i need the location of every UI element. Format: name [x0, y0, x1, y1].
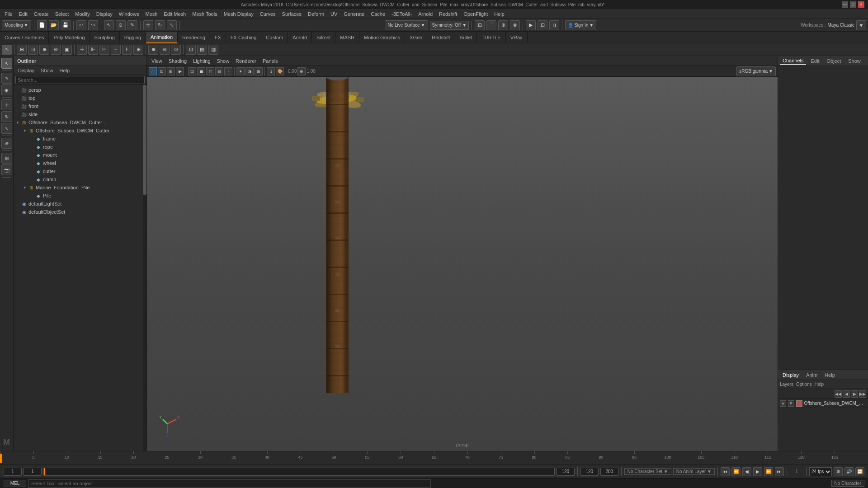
mode-dropdown[interactable]: Modeling ▼	[2, 20, 31, 30]
tab-rendering[interactable]: Rendering	[178, 32, 210, 43]
tab-poly-modeling[interactable]: Poly Modeling	[49, 32, 90, 43]
no-character-set-dropdown[interactable]: No Character Set ▼	[624, 468, 671, 475]
snap-grid-btn[interactable]: ⊞	[475, 20, 485, 30]
tree-item-defaultobjectset[interactable]: ◉defaultObjectSet	[14, 208, 143, 216]
menu-item-surfaces[interactable]: Surfaces	[279, 10, 304, 18]
t2-layer1[interactable]: ⊡	[186, 45, 196, 55]
tab-fx[interactable]: FX	[210, 32, 226, 43]
menu-item-create[interactable]: Create	[31, 10, 52, 18]
lasso-btn[interactable]: ⊙	[116, 20, 126, 30]
playback-settings-btn[interactable]: ⚙	[834, 467, 843, 476]
t2-btn4[interactable]: ⊗	[51, 45, 61, 55]
tab-arnold[interactable]: Arnold	[288, 32, 312, 43]
no-anim-layer-dropdown[interactable]: No Anim Layer ▼	[673, 468, 715, 475]
vp-menu-renderer[interactable]: Renderer	[233, 57, 259, 65]
rotate-tool[interactable]: ↻	[1, 111, 12, 122]
tab-animation[interactable]: Animation	[146, 32, 178, 43]
select-tool-btn[interactable]: ↖	[2, 45, 12, 55]
maximize-button[interactable]: □	[850, 1, 856, 8]
tree-item-mount[interactable]: ◆mount	[14, 151, 143, 159]
menu-item-redshift[interactable]: Redshift	[436, 10, 460, 18]
vp-shadow-btn[interactable]: ◑	[245, 67, 254, 75]
tab-turtle[interactable]: TURTLE	[477, 32, 506, 43]
layer-prev-btn[interactable]: ◀	[843, 390, 850, 398]
menu-item-select[interactable]: Select	[52, 10, 72, 18]
t2-btn1[interactable]: ⊞	[17, 45, 27, 55]
tab-rigging[interactable]: Rigging	[120, 32, 146, 43]
undo-btn[interactable]: ↩	[76, 20, 86, 30]
menu-item-edit-mesh[interactable]: Edit Mesh	[161, 10, 189, 18]
tree-item-defaultlightset[interactable]: ◉defaultLightSet	[14, 200, 143, 208]
menu-item-generate[interactable]: Generate	[341, 10, 367, 18]
scale-btn[interactable]: ⤡	[167, 20, 177, 30]
menu-item-mesh-tools[interactable]: Mesh Tools	[189, 10, 220, 18]
menu-item-display[interactable]: Display	[94, 10, 115, 18]
vp-wireframe-btn[interactable]: ⊡	[188, 67, 196, 75]
fps-dropdown[interactable]: 24 fps 30 fps 60 fps	[809, 467, 832, 476]
render-region-tool[interactable]: ⊞	[1, 153, 12, 164]
t2-pivot2[interactable]: ⊗	[160, 45, 170, 55]
save-file-btn[interactable]: 💾	[61, 20, 71, 30]
tree-item-cutter[interactable]: ◆cutter	[14, 167, 143, 175]
outliner-scrollbar[interactable]	[143, 85, 146, 451]
t2-pivot3[interactable]: ⊙	[171, 45, 181, 55]
t2-align1[interactable]: ⊩	[88, 45, 98, 55]
open-file-btn[interactable]: 📂	[49, 20, 59, 30]
anim-layer-tab[interactable]: Anim	[803, 371, 820, 379]
tab-vray[interactable]: VRay	[506, 32, 528, 43]
t2-btn3[interactable]: ⊕	[39, 45, 49, 55]
anim-end-input[interactable]	[600, 468, 618, 476]
layer-next-btn[interactable]: ▶	[851, 390, 858, 398]
menu-item-file[interactable]: File	[2, 10, 15, 18]
menu-item-windows[interactable]: Windows	[116, 10, 142, 18]
vp-menu-panels[interactable]: Panels	[260, 57, 281, 65]
layer-prev-prev-btn[interactable]: ◀◀	[835, 390, 842, 398]
t2-align2[interactable]: ⊨	[99, 45, 109, 55]
t2-pivot1[interactable]: ⊕	[148, 45, 158, 55]
script-input[interactable]	[28, 479, 431, 488]
no-live-surface-btn[interactable]: No Live Surface ▼	[385, 20, 428, 30]
range-start-input[interactable]	[24, 468, 42, 476]
menu-item-curves[interactable]: Curves	[257, 10, 278, 18]
select-tool[interactable]: ↖	[1, 58, 12, 69]
show-tab[interactable]: Show	[845, 57, 863, 65]
range-end-input[interactable]	[557, 468, 575, 476]
object-tab[interactable]: Object	[824, 57, 844, 65]
tab-motion-graphics[interactable]: Motion Graphics	[359, 32, 405, 43]
snapshot-tool[interactable]: 📷	[1, 164, 12, 175]
play-back-btn[interactable]: ◀	[742, 467, 751, 476]
vp-menu-show[interactable]: Show	[214, 57, 232, 65]
tree-item-frame[interactable]: ◆frame	[14, 135, 143, 143]
menu-item-mesh-display[interactable]: Mesh Display	[221, 10, 256, 18]
menu-item-uv[interactable]: UV	[328, 10, 340, 18]
gamma-dropdown[interactable]: sRGB gamma ▼	[736, 66, 776, 76]
workspace-dropdown[interactable]: ▼	[856, 20, 866, 30]
menu-item-openflight[interactable]: OpenFlight	[461, 10, 491, 18]
help-layer-tab[interactable]: Help	[822, 371, 838, 379]
vp-light-btn[interactable]: ☀	[236, 67, 245, 75]
timeline[interactable]: 0510152025303540455055606570758085909510…	[0, 451, 868, 465]
tab-bullet[interactable]: Bullet	[455, 32, 477, 43]
tab-bifrost[interactable]: Bifrost	[312, 32, 335, 43]
no-character-badge[interactable]: No Character	[831, 480, 864, 487]
vp-menu-lighting[interactable]: Lighting	[190, 57, 213, 65]
show-manipulator-tool[interactable]: ⊕	[1, 138, 12, 149]
vp-playblast-btn[interactable]: ▶	[176, 67, 184, 75]
close-button[interactable]: ✕	[858, 1, 864, 8]
tree-item-pile[interactable]: ◆Pile	[14, 192, 143, 200]
tree-item-clamp[interactable]: ◆clamp	[14, 175, 143, 183]
tree-item-offshore-subsea-dwcm-cutter[interactable]: ▼⊞Offshore_Subsea_DWCM_Cutter	[14, 127, 143, 135]
tab-sculpting[interactable]: Sculpting	[90, 32, 120, 43]
timeline-scrubber[interactable]	[43, 468, 555, 476]
vp-bbox-btn[interactable]: ⊟	[215, 67, 223, 75]
menu-item-help[interactable]: Help	[491, 10, 507, 18]
t2-snap1[interactable]: ⊞	[133, 45, 143, 55]
edit-tab[interactable]: Edit	[808, 57, 822, 65]
tab-mash[interactable]: MASH	[335, 32, 359, 43]
vp-frame-btn[interactable]: ⊞	[167, 67, 175, 75]
tab-xgen[interactable]: XGen	[405, 32, 427, 43]
tab-redshift[interactable]: Redshift	[427, 32, 455, 43]
tree-item-marine-foundation-pile[interactable]: ▼⊞Marine_Foundation_Pile	[14, 183, 143, 192]
menu-item-modify[interactable]: Modify	[72, 10, 92, 18]
tab-custom[interactable]: Custom	[261, 32, 288, 43]
